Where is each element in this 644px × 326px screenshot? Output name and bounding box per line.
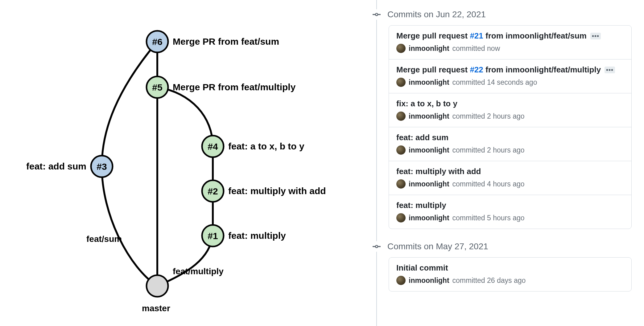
node-5-id: #5 [152,82,162,92]
ellipsis-icon[interactable]: ••• [605,67,615,73]
commit-icon [371,241,382,252]
date-header-0: Commits on Jun 22, 2021 [371,9,644,20]
commit-title: feat: multiply with add [396,167,481,176]
commits-panel: Commits on Jun 22, 2021 Merge pull reque… [364,0,644,326]
node-2-label: feat: multiply with add [228,186,326,196]
date-text-0: Commits on Jun 22, 2021 [387,10,486,19]
node-3-label: feat: add sum [26,161,86,172]
node-6-id: #6 [152,37,162,47]
commit-title: Merge pull request [396,65,470,74]
node-3-id: #3 [97,161,107,172]
pr-link[interactable]: #22 [470,65,483,74]
commit-author[interactable]: inmoonlight [409,78,449,87]
commit-item[interactable]: feat: add sum inmoonlight committed 2 ho… [389,127,631,161]
commit-meta: committed 5 hours ago [452,214,525,222]
commit-meta: committed 14 seconds ago [452,78,537,87]
commit-icon [371,9,382,20]
commit-title: feat: add sum [396,133,448,142]
commit-author[interactable]: inmoonlight [409,44,449,53]
avatar[interactable] [396,276,406,285]
commit-title-post: from inmoonlight/feat/sum [483,31,587,40]
commit-item[interactable]: fix: a to x, b to y inmoonlight committe… [389,93,631,127]
commit-meta: committed 2 hours ago [452,146,525,154]
commit-author[interactable]: inmoonlight [409,276,449,285]
commit-author[interactable]: inmoonlight [409,112,449,120]
node-master [147,275,168,297]
node-2-id: #2 [208,186,218,196]
avatar[interactable] [396,78,406,87]
commit-group-0: Merge pull request #21 from inmoonlight/… [389,25,632,229]
commit-title: feat: multiply [396,201,446,210]
avatar[interactable] [396,145,406,155]
node-1-id: #1 [208,231,218,241]
branch-label-right: feat/multiply [173,267,224,276]
commit-title-post: from inmoonlight/feat/multiply [483,65,601,74]
commit-meta: committed 26 days ago [452,276,526,285]
node-4-label: feat: a to x, b to y [228,141,304,152]
commit-meta: committed now [452,44,500,53]
date-header-1: Commits on May 27, 2021 [371,241,644,252]
commit-item[interactable]: feat: multiply with add inmoonlight comm… [389,161,631,195]
commit-author[interactable]: inmoonlight [409,214,449,222]
branch-label-left: feat/sum [86,234,122,244]
commit-item[interactable]: feat: multiply inmoonlight committed 5 h… [389,195,631,229]
commit-item[interactable]: Initial commit inmoonlight committed 26 … [389,258,631,291]
commit-author[interactable]: inmoonlight [409,146,449,154]
commit-title: Merge pull request [396,31,470,40]
pr-link[interactable]: #21 [470,31,483,40]
commit-author[interactable]: inmoonlight [409,180,449,188]
commit-item[interactable]: Merge pull request #22 from inmoonlight/… [389,59,631,93]
branch-label-base: master [142,304,170,313]
commit-meta: committed 4 hours ago [452,180,525,188]
node-5-label: Merge PR from feat/multiply [173,82,295,92]
date-text-1: Commits on May 27, 2021 [387,242,488,251]
commit-item[interactable]: Merge pull request #21 from inmoonlight/… [389,26,631,59]
node-6-label: Merge PR from feat/sum [173,36,279,47]
avatar[interactable] [396,179,406,189]
commit-meta: committed 2 hours ago [452,112,525,120]
node-4-id: #4 [208,141,218,152]
git-graph-panel: #6 #5 #4 #3 #2 #1 Merge PR from feat/sum… [0,0,364,326]
avatar[interactable] [396,213,406,222]
timeline-line [376,0,377,326]
commit-title: Initial commit [396,263,448,273]
ellipsis-icon[interactable]: ••• [590,33,601,39]
avatar[interactable] [396,44,406,53]
node-1-label: feat: multiply [228,230,286,241]
commit-group-1: Initial commit inmoonlight committed 26 … [389,257,632,291]
avatar[interactable] [396,112,406,121]
commit-title: fix: a to x, b to y [396,99,457,108]
